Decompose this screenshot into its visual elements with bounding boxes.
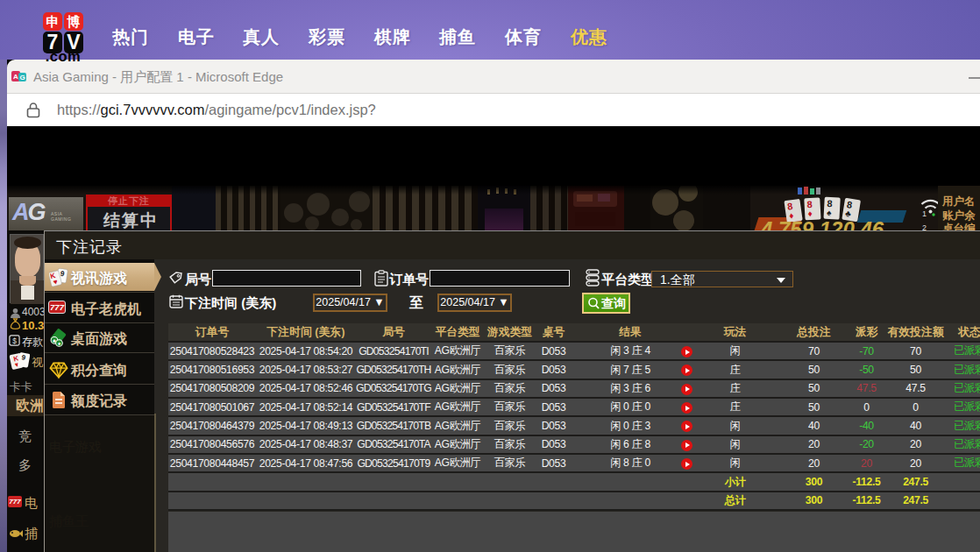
svg-text:G: G <box>19 74 25 81</box>
svg-text:$: $ <box>12 336 17 345</box>
svg-text:♠: ♠ <box>58 341 60 346</box>
svg-text:A: A <box>13 73 18 81</box>
svg-text:♦: ♦ <box>807 209 813 218</box>
svg-text:♣: ♣ <box>53 338 56 343</box>
